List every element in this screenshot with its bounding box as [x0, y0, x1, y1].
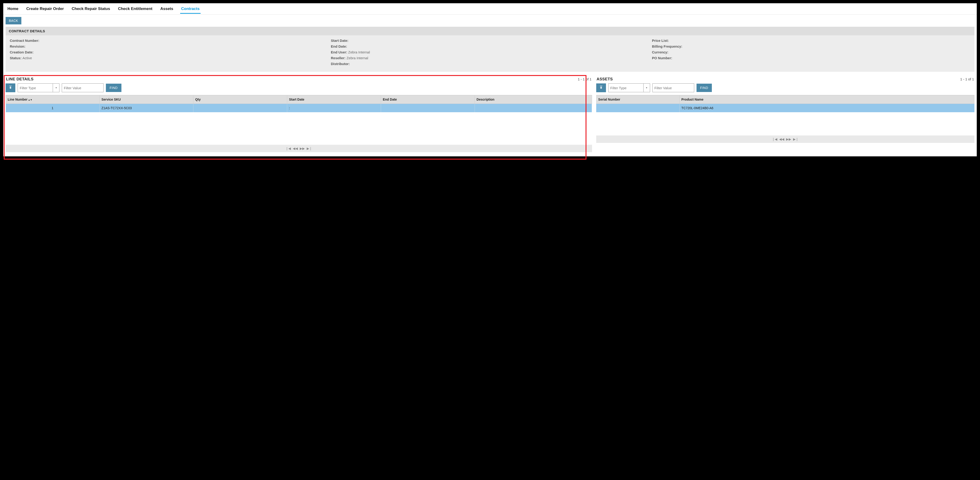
line-details-pager: ❘◀ ◀◀ ▶▶ ▶❘: [6, 145, 592, 152]
end-user-label: End User:: [331, 50, 347, 54]
assets-find-button[interactable]: FIND: [697, 84, 712, 92]
assets-count: 1 - 1 of 1: [960, 77, 974, 81]
col-serial-number[interactable]: Serial Number: [596, 95, 679, 104]
status-value: Active: [22, 56, 32, 60]
main-nav: Home Create Repair Order Check Repair St…: [3, 3, 977, 14]
col-description[interactable]: Description: [474, 95, 592, 104]
nav-contracts[interactable]: Contracts: [180, 5, 200, 14]
table-row[interactable]: TC720L-0ME24B0-A6: [596, 104, 974, 112]
reseller-value: Zebra Internal: [347, 56, 368, 60]
nav-home[interactable]: Home: [6, 5, 19, 13]
billing-frequency-label: Billing Frequency:: [652, 45, 682, 48]
pager-first-icon[interactable]: ❘◀: [772, 137, 777, 141]
line-filter-type-input[interactable]: [18, 84, 53, 92]
assets-filter-type-select[interactable]: [608, 83, 650, 92]
pager-prev-icon[interactable]: ◀◀: [293, 147, 298, 150]
cell-service-sku: Z1AS-TC72XX-5C03: [99, 104, 193, 112]
contract-details-col2: Start Date: End Date: End User:Zebra Int…: [331, 38, 649, 68]
col-qty[interactable]: Qty: [193, 95, 287, 104]
nav-assets[interactable]: Assets: [159, 5, 174, 13]
end-user-value: Zebra Internal: [348, 50, 370, 54]
page: Home Create Repair Order Check Repair St…: [3, 3, 977, 156]
col-product-name[interactable]: Product Name: [679, 95, 974, 104]
distributor-label: Distributor:: [331, 62, 350, 66]
nav-check-entitlement[interactable]: Check Entitlement: [117, 5, 153, 13]
cell-product-name: TC720L-0ME24B0-A6: [679, 104, 974, 112]
reseller-label: Reseller:: [331, 56, 345, 60]
pager-last-icon[interactable]: ▶❘: [793, 137, 799, 141]
line-details-filter-row: FIND: [6, 83, 592, 92]
start-date-label: Start Date:: [331, 38, 348, 43]
currency-label: Currency:: [652, 50, 668, 54]
contract-details-col3: Price List: Billing Frequency: Currency:…: [652, 38, 970, 68]
cell-qty: [193, 104, 287, 112]
pager-last-icon[interactable]: ▶❘: [307, 147, 312, 150]
status-label: Status:: [10, 56, 22, 60]
end-date-label: End Date:: [331, 45, 347, 48]
assets-panel: ASSETS 1 - 1 of 1 FIND: [596, 77, 974, 152]
line-filter-type-select[interactable]: [18, 83, 59, 92]
line-details-empty-space: [6, 112, 592, 145]
col-start-date[interactable]: Start Date: [287, 95, 381, 104]
assets-header: ASSETS 1 - 1 of 1: [596, 77, 974, 83]
line-details-title: LINE DETAILS: [6, 77, 33, 81]
cell-start-date: :: [287, 104, 381, 112]
cell-serial-number: [596, 104, 679, 112]
assets-filter-value-input[interactable]: [652, 83, 694, 92]
chevron-down-icon[interactable]: [643, 84, 650, 92]
line-filter-value-input[interactable]: [62, 83, 103, 92]
contract-details-col1: Contract Number: Revision: Creation Date…: [10, 38, 328, 68]
chevron-down-icon[interactable]: [53, 84, 59, 92]
download-icon[interactable]: [6, 83, 15, 92]
sort-indicator-icon: ▲▼: [28, 99, 32, 101]
cell-end-date: [381, 104, 474, 112]
assets-empty-space: [596, 112, 974, 136]
creation-date-label: Creation Date:: [10, 50, 33, 54]
download-icon[interactable]: [596, 83, 606, 92]
nav-create-repair-order[interactable]: Create Repair Order: [25, 5, 65, 13]
col-line-number[interactable]: Line Number▲▼: [6, 95, 100, 104]
back-button[interactable]: BACK: [6, 17, 21, 24]
po-number-label: PO Number:: [652, 56, 672, 60]
price-list-label: Price List:: [652, 38, 669, 43]
contract-number-label: Contract Number:: [10, 38, 40, 43]
col-service-sku[interactable]: Service SKU: [99, 95, 193, 104]
line-details-table: Line Number▲▼ Service SKU Qty Start Date…: [6, 95, 592, 112]
cell-description: [474, 104, 592, 112]
assets-title: ASSETS: [597, 77, 613, 81]
col-end-date[interactable]: End Date: [381, 95, 474, 104]
assets-filter-type-input[interactable]: [609, 84, 643, 92]
pager-prev-icon[interactable]: ◀◀: [779, 137, 784, 141]
assets-filter-row: FIND: [596, 83, 974, 92]
assets-table: Serial Number Product Name TC720L-0ME24B…: [596, 95, 974, 112]
line-find-button[interactable]: FIND: [106, 84, 121, 92]
pager-next-icon[interactable]: ▶▶: [300, 147, 305, 150]
contract-details-box: Contract Number: Revision: Creation Date…: [6, 35, 974, 72]
contract-details-title: CONTRACT DETAILS: [6, 27, 974, 35]
back-row: BACK: [3, 14, 977, 27]
cell-line-number: 1: [6, 104, 100, 112]
table-row[interactable]: 1 Z1AS-TC72XX-5C03 :: [6, 104, 592, 112]
revision-label: Revision:: [10, 45, 25, 48]
pager-next-icon[interactable]: ▶▶: [786, 137, 791, 141]
line-details-header: LINE DETAILS 1 - 1 of 1: [6, 77, 592, 83]
panels-row: LINE DETAILS 1 - 1 of 1 FIND: [6, 77, 974, 152]
line-details-count: 1 - 1 of 1: [578, 77, 591, 81]
nav-check-repair-status[interactable]: Check Repair Status: [71, 5, 111, 13]
pager-first-icon[interactable]: ❘◀: [286, 147, 291, 150]
assets-pager: ❘◀ ◀◀ ▶▶ ▶❘: [596, 136, 974, 143]
line-details-panel: LINE DETAILS 1 - 1 of 1 FIND: [6, 77, 592, 152]
